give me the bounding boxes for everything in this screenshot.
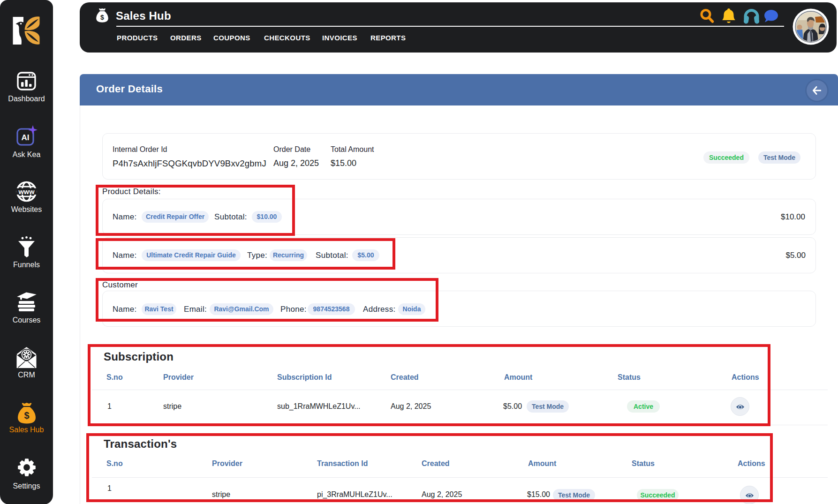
svg-text:AI: AI — [22, 133, 30, 142]
svg-text:$: $ — [100, 14, 104, 21]
svg-text:$: $ — [24, 410, 29, 421]
svg-text:www: www — [18, 188, 35, 196]
